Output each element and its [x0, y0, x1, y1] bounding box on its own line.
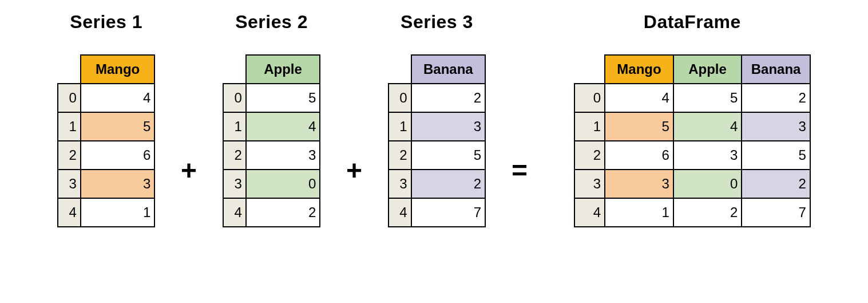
dataframe-table: Mango Apple Banana 0 4 5 2 1 5 4 3 2: [574, 54, 811, 227]
df-apple-header: Apple: [673, 55, 742, 84]
index-cell: 4: [574, 198, 605, 227]
table-row: 3 3 0 2: [574, 170, 810, 198]
index-cell: 1: [223, 112, 246, 141]
index-cell: 3: [574, 170, 605, 198]
blank-header: [223, 55, 246, 84]
value-cell: 2: [246, 198, 320, 227]
index-cell: 2: [574, 141, 605, 170]
value-cell: 2: [673, 198, 742, 227]
series-1-title: Series 1: [70, 11, 142, 33]
table-row: 1 5 4 3: [574, 112, 810, 141]
blank-header: [58, 55, 81, 84]
index-cell: 2: [58, 141, 81, 170]
value-cell: 5: [605, 112, 673, 141]
plus-operator-1: +: [169, 155, 209, 186]
value-cell: 4: [246, 112, 320, 141]
value-cell: 3: [605, 170, 673, 198]
value-cell: 2: [411, 170, 486, 198]
value-cell: 4: [605, 84, 673, 112]
value-cell: 2: [411, 84, 486, 112]
index-cell: 0: [58, 84, 81, 112]
df-banana-header: Banana: [742, 55, 810, 84]
value-cell: 5: [81, 112, 155, 141]
series-1-block: Series 1 Mango 04 15 26 33 41: [57, 11, 155, 227]
value-cell: 7: [742, 198, 810, 227]
value-cell: 3: [81, 170, 155, 198]
df-mango-header: Mango: [605, 55, 673, 84]
value-cell: 1: [605, 198, 673, 227]
index-cell: 1: [574, 112, 605, 141]
value-cell: 4: [673, 112, 742, 141]
dataframe-block: DataFrame Mango Apple Banana 0 4 5 2 1 5: [574, 11, 811, 227]
series-2-title: Series 2: [235, 11, 308, 33]
mango-header: Mango: [81, 55, 155, 84]
table-row: 4 1 2 7: [574, 198, 810, 227]
diagram-row: Series 1 Mango 04 15 26 33 41 + Series 2: [0, 0, 868, 227]
series-2-block: Series 2 Apple 05 14 23 30 42: [223, 11, 320, 227]
value-cell: 2: [742, 84, 810, 112]
value-cell: 4: [81, 84, 155, 112]
value-cell: 3: [411, 112, 486, 141]
value-cell: 7: [411, 198, 486, 227]
index-cell: 2: [389, 141, 411, 170]
value-cell: 0: [673, 170, 742, 198]
value-cell: 3: [742, 112, 810, 141]
equals-operator: =: [500, 155, 540, 186]
index-cell: 1: [389, 112, 411, 141]
index-cell: 3: [389, 170, 411, 198]
index-cell: 2: [223, 141, 246, 170]
series-2-table: Apple 05 14 23 30 42: [223, 54, 320, 227]
value-cell: 5: [411, 141, 486, 170]
table-row: 0 4 5 2: [574, 84, 810, 112]
apple-header: Apple: [246, 55, 320, 84]
index-cell: 0: [574, 84, 605, 112]
index-cell: 4: [389, 198, 411, 227]
series-3-block: Series 3 Banana 02 13 25 32 47: [388, 11, 486, 227]
index-cell: 4: [223, 198, 246, 227]
value-cell: 6: [605, 141, 673, 170]
value-cell: 0: [246, 170, 320, 198]
table-row: 2 6 3 5: [574, 141, 810, 170]
index-cell: 3: [58, 170, 81, 198]
dataframe-title: DataFrame: [644, 11, 741, 33]
value-cell: 3: [246, 141, 320, 170]
value-cell: 5: [742, 141, 810, 170]
index-cell: 4: [58, 198, 81, 227]
value-cell: 2: [742, 170, 810, 198]
blank-header: [389, 55, 411, 84]
value-cell: 5: [246, 84, 320, 112]
value-cell: 6: [81, 141, 155, 170]
banana-header: Banana: [411, 55, 486, 84]
value-cell: 3: [673, 141, 742, 170]
series-1-table: Mango 04 15 26 33 41: [57, 54, 155, 227]
value-cell: 5: [673, 84, 742, 112]
plus-operator-2: +: [334, 155, 374, 186]
series-3-title: Series 3: [401, 11, 473, 33]
index-cell: 0: [223, 84, 246, 112]
index-cell: 3: [223, 170, 246, 198]
series-3-table: Banana 02 13 25 32 47: [388, 54, 486, 227]
blank-header: [574, 55, 605, 84]
diagram-canvas: Series 1 Mango 04 15 26 33 41 + Series 2: [0, 0, 868, 303]
value-cell: 1: [81, 198, 155, 227]
index-cell: 1: [58, 112, 81, 141]
index-cell: 0: [389, 84, 411, 112]
